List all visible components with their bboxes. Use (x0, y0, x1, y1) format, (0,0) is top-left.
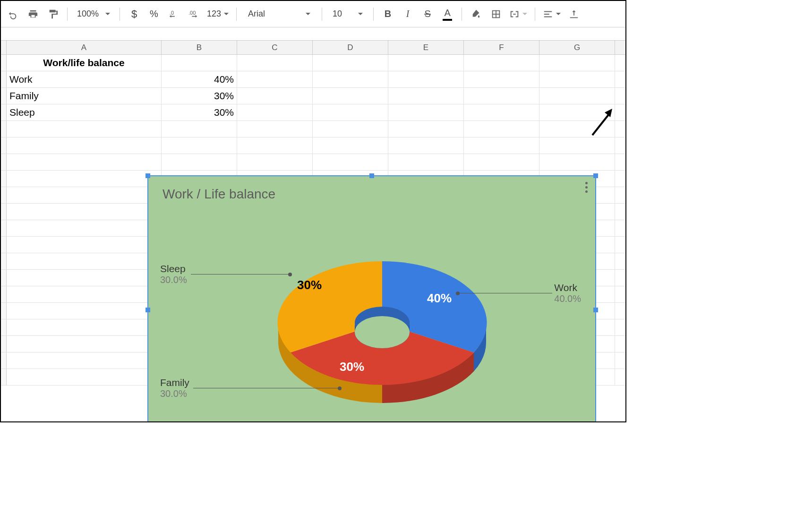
column-header[interactable]: F (464, 41, 539, 54)
text-color-button[interactable]: A (438, 5, 457, 24)
cell[interactable] (7, 369, 162, 385)
zoom-dropdown[interactable]: 100% (72, 5, 115, 24)
cell[interactable] (388, 55, 464, 71)
cell[interactable] (388, 137, 464, 154)
row-header[interactable] (1, 220, 7, 236)
cell[interactable] (237, 137, 313, 154)
cell[interactable] (539, 55, 615, 71)
cell[interactable] (7, 171, 162, 187)
cell[interactable]: 40% (162, 71, 237, 87)
column-header[interactable]: D (313, 41, 388, 54)
borders-button[interactable] (487, 5, 505, 24)
cell[interactable] (237, 71, 313, 87)
cell[interactable] (237, 104, 313, 120)
redo-button[interactable] (4, 5, 23, 24)
paint-format-button[interactable] (43, 5, 62, 24)
row-header[interactable] (1, 369, 7, 385)
cell[interactable] (7, 286, 162, 302)
row-header[interactable] (1, 104, 7, 120)
column-header[interactable]: A (7, 41, 162, 54)
cell[interactable] (464, 71, 539, 87)
cell[interactable] (539, 154, 615, 170)
cell[interactable]: Work/life balance (7, 55, 162, 71)
row-header[interactable] (1, 88, 7, 104)
row-header[interactable] (1, 121, 7, 137)
cell[interactable]: Work (7, 71, 162, 87)
cell[interactable] (539, 88, 615, 104)
cell[interactable] (7, 336, 162, 352)
font-size-dropdown[interactable]: 10 (327, 5, 368, 24)
cell[interactable] (539, 71, 615, 87)
cell[interactable] (162, 137, 237, 154)
cell[interactable] (313, 121, 388, 137)
format-percent-button[interactable]: % (145, 5, 163, 24)
cell[interactable] (7, 220, 162, 236)
cell[interactable] (464, 104, 539, 120)
row-header[interactable] (1, 154, 7, 170)
cell[interactable] (237, 55, 313, 71)
resize-handle[interactable] (145, 308, 150, 312)
cell[interactable] (7, 137, 162, 154)
cell[interactable] (539, 137, 615, 154)
increase-decimal-button[interactable]: .00 (184, 5, 203, 24)
resize-handle[interactable] (593, 308, 598, 312)
cell[interactable] (162, 154, 237, 170)
cell[interactable] (7, 352, 162, 369)
row-header[interactable] (1, 237, 7, 253)
cell[interactable] (162, 55, 237, 71)
cell[interactable]: Family (7, 88, 162, 104)
row-header[interactable] (1, 303, 7, 319)
row-header[interactable] (1, 137, 7, 154)
cell[interactable] (388, 71, 464, 87)
cell[interactable] (7, 270, 162, 286)
cell[interactable] (388, 104, 464, 120)
decrease-decimal-button[interactable]: .0 (164, 5, 183, 24)
row-header[interactable] (1, 352, 7, 369)
resize-handle[interactable] (593, 173, 598, 178)
cell[interactable] (388, 88, 464, 104)
cell[interactable] (7, 303, 162, 319)
cell[interactable] (388, 154, 464, 170)
format-currency-button[interactable]: $ (125, 5, 144, 24)
resize-handle[interactable] (145, 173, 150, 178)
row-header[interactable] (1, 171, 7, 187)
cell[interactable] (7, 154, 162, 170)
cell[interactable] (7, 237, 162, 253)
row-header[interactable] (1, 286, 7, 302)
cell[interactable]: 30% (162, 88, 237, 104)
number-format-dropdown[interactable]: 123 (204, 5, 231, 24)
print-button[interactable] (24, 5, 43, 24)
chart-object[interactable]: Work / Life balance (147, 175, 596, 422)
cell[interactable] (237, 154, 313, 170)
cell[interactable] (7, 187, 162, 203)
row-header[interactable] (1, 204, 7, 220)
column-header[interactable]: G (539, 41, 615, 54)
select-all-corner[interactable] (1, 41, 7, 54)
column-header[interactable]: C (237, 41, 313, 54)
cell[interactable] (7, 319, 162, 335)
cell[interactable] (313, 71, 388, 87)
cell[interactable]: 30% (162, 104, 237, 120)
cell[interactable] (388, 121, 464, 137)
cell[interactable] (313, 88, 388, 104)
cell[interactable] (162, 121, 237, 137)
row-header[interactable] (1, 187, 7, 203)
italic-button[interactable]: I (398, 5, 417, 24)
cell[interactable] (313, 55, 388, 71)
cell[interactable] (313, 154, 388, 170)
cell[interactable] (313, 104, 388, 120)
fill-color-button[interactable] (467, 5, 486, 24)
row-header[interactable] (1, 270, 7, 286)
row-header[interactable] (1, 253, 7, 269)
cell[interactable] (464, 154, 539, 170)
font-family-dropdown[interactable]: Arial (241, 5, 317, 24)
vertical-align-dropdown[interactable] (565, 5, 583, 24)
cell[interactable] (464, 137, 539, 154)
row-header[interactable] (1, 336, 7, 352)
row-header[interactable] (1, 319, 7, 335)
formula-bar[interactable] (1, 27, 625, 41)
horizontal-align-dropdown[interactable] (540, 5, 564, 24)
cell[interactable] (7, 204, 162, 220)
cell[interactable] (7, 121, 162, 137)
bold-button[interactable]: B (378, 5, 397, 24)
